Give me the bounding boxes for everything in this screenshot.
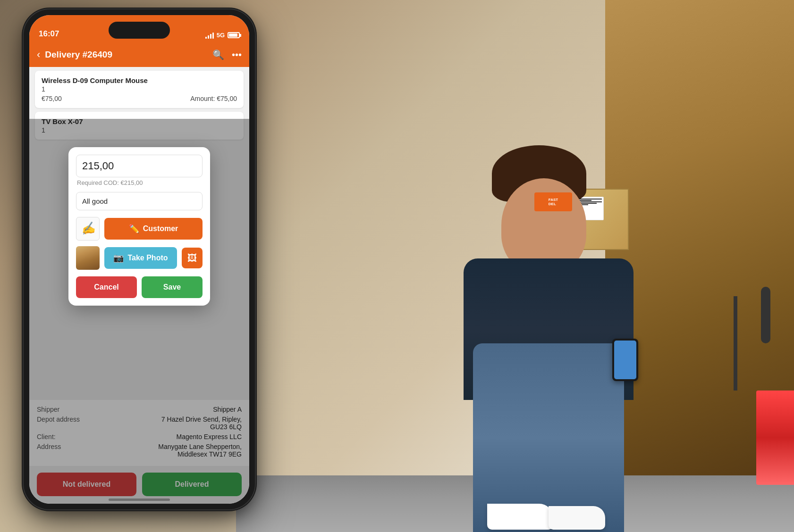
shoe-left	[487, 504, 553, 530]
photo-thumb-inner	[76, 246, 100, 270]
person-body: FASTDEL	[464, 178, 652, 532]
item-qty-1: 1	[42, 85, 237, 93]
network-type: 5G	[217, 32, 225, 39]
shirt-logo: FASTDEL	[534, 192, 572, 211]
item-price-1: €75,00	[42, 95, 62, 102]
photo-row: 📷 Take Photo 🖼	[76, 246, 203, 270]
customer-button[interactable]: ✏️ Customer	[104, 218, 203, 240]
delivery-person: FASTDEL	[440, 108, 747, 532]
cancel-button[interactable]: Cancel	[76, 276, 137, 298]
person-holding-phone	[612, 339, 638, 381]
phone-frame: 16:07 5G ‹ Delivery #2640	[24, 9, 255, 509]
amount-input[interactable]	[76, 155, 203, 177]
signature-thumbnail[interactable]: ✍	[76, 217, 100, 241]
photo-thumbnail[interactable]	[76, 246, 100, 270]
phone-screen: 16:07 5G ‹ Delivery #2640	[29, 15, 249, 504]
item-name-1: Wireless D-09 Computer Mouse	[42, 76, 237, 84]
customer-icon: ✏️	[129, 224, 139, 234]
shoe-right	[549, 506, 605, 530]
action-buttons-row: Cancel Save	[76, 276, 203, 298]
van-door-handle	[761, 287, 770, 343]
notes-input[interactable]	[76, 192, 203, 210]
more-icon[interactable]: •••	[232, 50, 242, 60]
nav-title: Delivery #26409	[45, 50, 205, 60]
take-photo-button[interactable]: 📷 Take Photo	[104, 247, 177, 269]
customer-button-label: Customer	[143, 224, 178, 233]
add-photo-button[interactable]: 🖼	[182, 248, 203, 268]
dynamic-island	[109, 22, 170, 39]
signature-customer-row: ✍ ✏️ Customer	[76, 217, 203, 241]
phone-device: 16:07 5G ‹ Delivery #2640	[24, 9, 255, 509]
modal-overlay: Required COD: €215,00 ✍ ✏️ Customer	[29, 119, 249, 504]
signal-bars-icon	[205, 32, 214, 39]
signature-scribble: ✍	[80, 221, 96, 237]
signal-bar-2	[208, 35, 209, 39]
modal-card: Required COD: €215,00 ✍ ✏️ Customer	[68, 147, 210, 306]
navigation-bar: ‹ Delivery #26409 🔍 •••	[29, 42, 249, 67]
take-photo-label: Take Photo	[127, 254, 168, 262]
signal-bar-4	[212, 33, 214, 39]
battery-fill	[229, 33, 237, 37]
add-photo-icon: 🖼	[187, 253, 197, 264]
cod-hint: Required COD: €215,00	[76, 179, 203, 186]
van-tail-light	[756, 391, 794, 485]
battery-icon	[228, 32, 240, 38]
signal-bar-3	[210, 34, 211, 39]
screen-content: Wireless D-09 Computer Mouse 1 €75,00 Am…	[29, 67, 249, 504]
item-amount-1: Amount: €75,00	[190, 95, 237, 102]
save-button[interactable]: Save	[142, 276, 203, 298]
back-button[interactable]: ‹	[37, 49, 40, 61]
person-legs	[473, 343, 624, 532]
item-card-1: Wireless D-09 Computer Mouse 1 €75,00 Am…	[35, 71, 244, 108]
camera-icon: 📷	[113, 253, 124, 263]
status-icons: 5G	[205, 32, 240, 39]
search-icon[interactable]: 🔍	[212, 49, 224, 60]
signal-bar-1	[205, 37, 207, 39]
